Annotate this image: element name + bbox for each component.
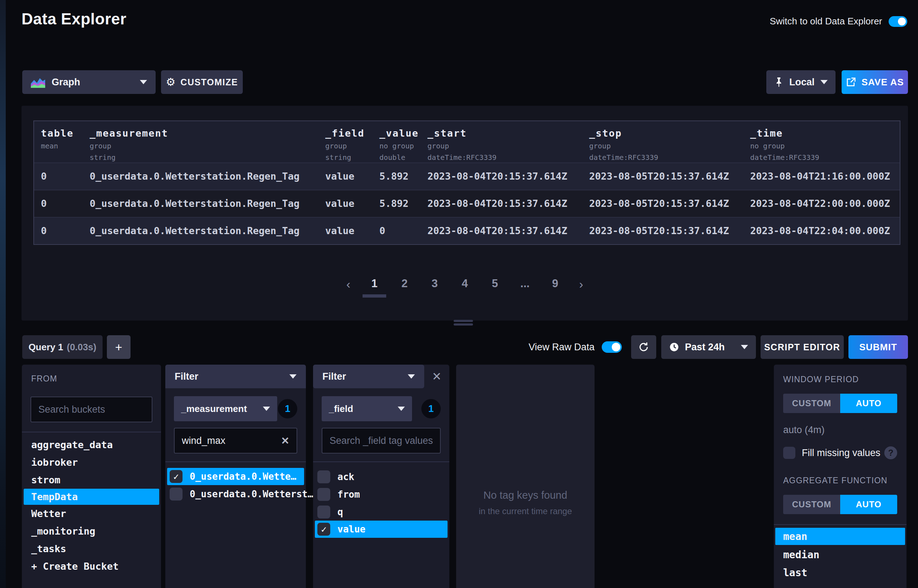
chevron-down-icon [408, 374, 415, 379]
time-range-dropdown[interactable]: Past 24h [661, 335, 756, 359]
field-option-label: ack [338, 472, 354, 482]
resize-drag-handle[interactable] [454, 320, 473, 326]
close-filter-icon[interactable]: ✕ [424, 370, 449, 383]
script-editor-button[interactable]: SCRIPT EDITOR [761, 335, 844, 359]
fill-missing-label: Fill missing values [802, 447, 880, 459]
page-number-1[interactable]: 1 [368, 277, 380, 297]
empty-state-title: No tag keys found [456, 489, 595, 501]
toolbar: Graph ⚙ CUSTOMIZE Local [0, 70, 918, 94]
checkbox-icon[interactable] [317, 470, 330, 483]
page-number-4[interactable]: 4 [459, 277, 471, 297]
local-label: Local [789, 77, 815, 88]
bucket-item-strom[interactable]: strom [22, 471, 161, 489]
field-option-value-selected[interactable]: ✓ value [315, 520, 448, 538]
clear-search-icon[interactable]: ✕ [281, 435, 289, 447]
field-search-input[interactable] [330, 435, 433, 446]
field-option-label: from [338, 489, 360, 500]
bucket-item-wetter[interactable]: Wetter [22, 505, 161, 522]
window-custom-button[interactable]: CUSTOM [783, 394, 840, 413]
create-bucket-button[interactable]: + Create Bucket [22, 557, 161, 575]
bucket-search-box [31, 397, 152, 422]
measurement-option-selected[interactable]: ✓ 0_userdata.0.Wette… [167, 468, 304, 485]
col-header-stop: _stop group dateTime:RFC3339 [582, 121, 743, 162]
measurement-filter-panel: Filter _measurement 1 ✕ ✓ 0_userdata.0.W… [165, 365, 306, 588]
col-header-value: _value no group double [373, 121, 421, 162]
measurement-search-input[interactable] [182, 435, 281, 446]
function-last[interactable]: last [774, 564, 907, 582]
fill-missing-checkbox[interactable] [783, 447, 795, 459]
checkbox-checked-icon[interactable]: ✓ [170, 470, 183, 483]
window-auto-button[interactable]: AUTO [840, 394, 897, 413]
aggregate-mode-toggle: CUSTOM AUTO [783, 495, 897, 514]
query-bar: Query 1 (0.03s) + View Raw Data [0, 335, 918, 359]
local-dropdown[interactable]: Local [766, 70, 836, 94]
window-period-panel: WINDOW PERIOD CUSTOM AUTO auto (4m) Fill… [774, 365, 907, 588]
save-as-button[interactable]: SAVE AS [842, 70, 908, 94]
bucket-list: aggregate_data iobroker strom TempData W… [22, 436, 161, 575]
aggregate-custom-button[interactable]: CUSTOM [783, 495, 840, 514]
field-key-dropdown[interactable]: _field [322, 396, 412, 421]
field-filter-panel: Filter ✕ _field 1 ack [313, 365, 449, 588]
table-row: 00_userdata.0.Wetterstation.Regen_Tag va… [34, 162, 900, 190]
page-number-3[interactable]: 3 [428, 277, 441, 297]
query-tab[interactable]: Query 1 (0.03s) [22, 335, 103, 359]
field-option-q[interactable]: q [313, 503, 449, 520]
customize-label: CUSTOMIZE [180, 77, 238, 87]
submit-button[interactable]: SUBMIT [849, 335, 908, 359]
query-actions: View Raw Data Past 24h [528, 335, 908, 359]
view-raw-data-toggle[interactable] [602, 341, 622, 353]
chevron-down-icon [821, 80, 827, 84]
aggregate-function-title: AGGREGATE FUNCTION [783, 476, 897, 485]
from-panel-title: FROM [31, 374, 161, 384]
table-row: 00_userdata.0.Wetterstation.Regen_Tag va… [34, 217, 900, 244]
page-number-5[interactable]: 5 [489, 277, 501, 297]
col-header-table: table mean [34, 121, 83, 162]
switch-old-toggle[interactable] [889, 16, 907, 27]
measurement-option-label: 0_userdata.0.Wette… [190, 471, 296, 482]
help-icon[interactable]: ? [884, 446, 897, 459]
checkbox-icon[interactable] [170, 488, 183, 501]
view-type-dropdown[interactable]: Graph [22, 70, 156, 94]
refresh-button[interactable] [631, 335, 656, 359]
divider [774, 524, 907, 525]
measurement-search-box: ✕ [174, 428, 297, 454]
pagination: ‹ 1 2 3 4 5 ... 9 › [21, 277, 908, 297]
next-page-icon[interactable]: › [579, 277, 583, 291]
divider [313, 462, 449, 462]
filter2-type-dropdown[interactable]: Filter [313, 365, 424, 388]
data-explorer-page: Data Explorer Switch to old Data Explore… [0, 0, 918, 588]
raw-data-table: table mean _measurement group string _fi… [33, 121, 900, 245]
bucket-item-tempdata-selected[interactable]: TempData [24, 489, 159, 505]
bucket-item-monitoring[interactable]: _monitoring [22, 522, 161, 540]
checkbox-icon[interactable] [317, 488, 330, 501]
export-icon [845, 77, 856, 87]
function-median[interactable]: median [774, 546, 907, 564]
empty-state: No tag keys found in the current time ra… [456, 489, 595, 516]
bucket-item-iobroker[interactable]: iobroker [22, 454, 161, 471]
measurement-option[interactable]: 0_userdata.0.Wetterst… [165, 485, 306, 503]
prev-page-icon[interactable]: ‹ [346, 277, 350, 291]
bucket-item-aggregate-data[interactable]: aggregate_data [22, 436, 161, 454]
field-option-ack[interactable]: ack [313, 468, 449, 485]
checkbox-checked-icon[interactable]: ✓ [317, 523, 330, 536]
aggregate-function-list: mean median last [774, 528, 907, 582]
graph-icon [31, 76, 45, 88]
chevron-down-icon [263, 407, 270, 411]
add-query-button[interactable]: + [107, 335, 131, 359]
table-header-row: table mean _measurement group string _fi… [34, 121, 900, 162]
filter1-count-badge: 1 [278, 399, 297, 418]
measurement-key-dropdown[interactable]: _measurement [174, 396, 277, 421]
function-mean-selected[interactable]: mean [775, 528, 905, 545]
field-search-box [322, 428, 441, 454]
aggregate-auto-button[interactable]: AUTO [840, 495, 897, 514]
page-number-2[interactable]: 2 [398, 277, 411, 297]
bucket-search-input[interactable] [38, 404, 144, 415]
raw-data-card: table mean _measurement group string _fi… [21, 106, 908, 320]
bucket-item-tasks[interactable]: _tasks [22, 540, 161, 557]
field-option-from[interactable]: from [313, 485, 449, 503]
filter1-type-dropdown[interactable]: Filter [165, 365, 306, 388]
checkbox-icon[interactable] [317, 506, 330, 519]
customize-button[interactable]: ⚙ CUSTOMIZE [161, 70, 243, 94]
page-number-9[interactable]: 9 [549, 277, 561, 297]
toggle-knob [898, 18, 906, 26]
